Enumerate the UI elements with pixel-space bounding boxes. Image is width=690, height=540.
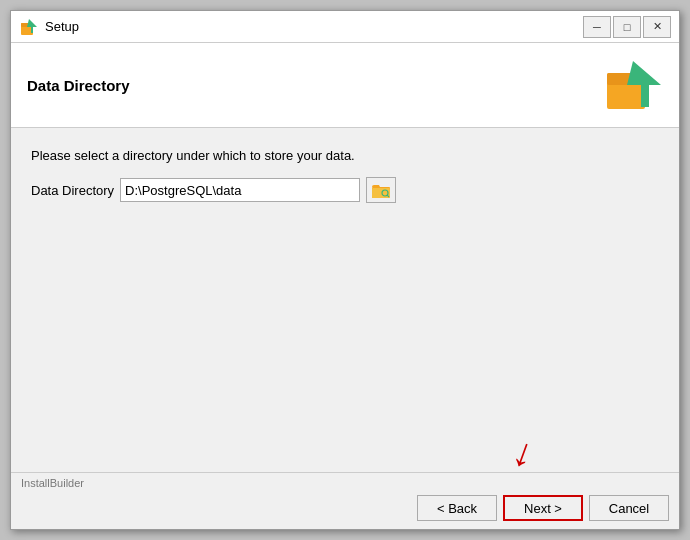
data-directory-field-row: Data Directory bbox=[31, 177, 659, 203]
browse-button[interactable] bbox=[366, 177, 396, 203]
maximize-button[interactable]: □ bbox=[613, 16, 641, 38]
close-button[interactable]: ✕ bbox=[643, 16, 671, 38]
title-bar-icon bbox=[19, 17, 39, 37]
cancel-button[interactable]: Cancel bbox=[589, 495, 669, 521]
next-button[interactable]: Next > bbox=[503, 495, 583, 521]
page-title: Data Directory bbox=[27, 77, 130, 94]
svg-rect-7 bbox=[372, 188, 390, 198]
arrow-annotation: ↓ bbox=[11, 412, 679, 472]
folder-icon bbox=[371, 181, 391, 199]
data-directory-input[interactable] bbox=[120, 178, 360, 202]
data-directory-label: Data Directory bbox=[31, 183, 114, 198]
footer: InstallBuilder < Back Next > Cancel bbox=[11, 472, 679, 529]
header-icon bbox=[603, 55, 663, 115]
header-section: Data Directory bbox=[11, 43, 679, 128]
title-bar: Setup ─ □ ✕ bbox=[11, 11, 679, 43]
content-area: Please select a directory under which to… bbox=[11, 128, 679, 412]
minimize-button[interactable]: ─ bbox=[583, 16, 611, 38]
setup-window: Setup ─ □ ✕ Data Directory Please select… bbox=[10, 10, 680, 530]
brand-label: InstallBuilder bbox=[11, 473, 679, 489]
description-text: Please select a directory under which to… bbox=[31, 148, 659, 163]
footer-buttons: < Back Next > Cancel bbox=[11, 489, 679, 529]
back-button[interactable]: < Back bbox=[417, 495, 497, 521]
window-controls: ─ □ ✕ bbox=[583, 16, 671, 38]
arrow-icon: ↓ bbox=[508, 430, 540, 474]
window-title: Setup bbox=[45, 19, 583, 34]
